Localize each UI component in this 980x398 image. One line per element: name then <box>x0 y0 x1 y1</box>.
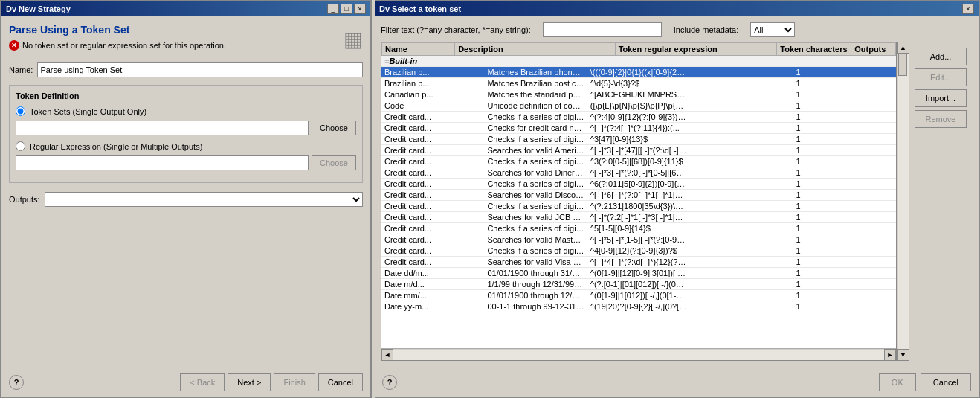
right-action-buttons: Add... Edit... Import... Remove <box>909 42 973 361</box>
table-row[interactable]: Code Unicode definition of code and co..… <box>381 100 896 112</box>
cell-desc: Matches Brazilian phone numbers. <box>484 67 587 78</box>
help-btn-left[interactable]: ? <box>9 375 24 390</box>
cell-desc: 1/1/99 through 12/31/99 and 01/... <box>484 279 587 290</box>
back-btn[interactable]: < Back <box>180 373 225 391</box>
table-scroll[interactable]: =Built-in Brazilian p... Matches Brazili… <box>381 56 896 348</box>
table-row[interactable]: Credit card... Checks if a series of dig… <box>381 179 896 190</box>
cancel-btn-left[interactable]: Cancel <box>318 373 363 391</box>
table-row[interactable]: Brazilian p... Matches Brazilian phone n… <box>381 67 896 78</box>
cell-outputs: 1 <box>793 167 896 179</box>
cell-regex: ^[ -]*(?:2[ -]*1[ -]*3[ -]*1|1[ -]*... <box>587 212 690 223</box>
scroll-thumb[interactable] <box>898 54 907 76</box>
cell-desc: Checks for credit card numbers... <box>484 123 587 134</box>
table-row[interactable]: Credit card... Checks if a series of dig… <box>381 134 896 145</box>
cell-name: Credit card... <box>381 145 484 156</box>
filter-row: Filter text (?=any character, *=any stri… <box>381 22 973 37</box>
cell-regex: ^3[47][0-9]{13}$ <box>587 134 690 145</box>
table-row[interactable]: Credit card... Checks if a series of dig… <box>381 201 896 212</box>
choose-btn-1[interactable]: Choose <box>312 121 356 135</box>
maximize-btn[interactable]: □ <box>341 4 352 14</box>
left-title: Dv New Strategy <box>6 4 71 13</box>
outputs-select[interactable] <box>45 192 363 207</box>
table-row[interactable]: Credit card... Searches for valid Diners… <box>381 167 896 179</box>
close-btn-right[interactable]: × <box>962 4 974 14</box>
filter-input[interactable] <box>543 22 662 37</box>
table-row[interactable]: Credit card... Checks if a series of dig… <box>381 156 896 167</box>
token-sets-input-row: Choose <box>16 121 356 135</box>
cell-name: Credit card... <box>381 167 484 179</box>
cell-outputs: 1 <box>793 201 896 212</box>
radio-regex-input[interactable] <box>16 141 25 151</box>
remove-btn[interactable]: Remove <box>915 110 967 128</box>
cell-outputs: 1 <box>793 179 896 190</box>
cell-outputs: 1 <box>793 268 896 279</box>
table-row[interactable]: Date mm/... 01/01/1900 through 12/31/209… <box>381 290 896 301</box>
cell-name: Credit card... <box>381 212 484 223</box>
left-content: Parse Using a Token Set ✕ No token set o… <box>1 16 370 367</box>
close-btn-left[interactable]: × <box>354 4 366 14</box>
cancel-btn-right[interactable]: Cancel <box>921 373 971 391</box>
cell-regex: ^(?:4[0-9]{12}(?:[0-9]{3})?|5[1-... <box>587 112 690 123</box>
edit-btn[interactable]: Edit... <box>915 68 967 86</box>
cell-regex: ^[ -]*4[ -]*(?:\d[ -]*){12}(?:(?:\... <box>587 257 690 268</box>
table-row[interactable]: Canadian p... Matches the standard patte… <box>381 89 896 100</box>
cell-outputs: 1 <box>793 301 896 312</box>
scroll-down[interactable]: ▼ <box>897 349 909 361</box>
scroll-left[interactable]: ◄ <box>381 349 393 361</box>
cell-chars <box>690 179 793 190</box>
token-sets-field[interactable] <box>16 121 309 135</box>
table-row[interactable]: Credit card... Checks if a series of dig… <box>381 245 896 257</box>
cell-name: Code <box>381 100 484 112</box>
table-row[interactable]: Credit card... Searches for valid Master… <box>381 234 896 245</box>
cell-chars <box>690 145 793 156</box>
add-btn[interactable]: Add... <box>915 48 967 65</box>
table-row[interactable]: Credit card... Checks for credit card nu… <box>381 123 896 134</box>
table-row[interactable]: Credit card... Searches for valid Visa c… <box>381 257 896 268</box>
token-def-title: Token Definition <box>16 92 356 100</box>
cell-chars <box>690 67 793 78</box>
finish-btn[interactable]: Finish <box>274 373 315 391</box>
error-row: ✕ No token set or regular expression set… <box>9 40 226 51</box>
cell-chars <box>690 257 793 268</box>
table-row[interactable]: Date m/d... 1/1/99 through 12/31/99 and … <box>381 279 896 290</box>
table-row[interactable]: Date yy-m... 00-1-1 through 99-12-31 and… <box>381 301 896 312</box>
horiz-scrollbar[interactable]: ◄ ► <box>381 348 896 360</box>
next-btn[interactable]: Next > <box>228 373 271 391</box>
scroll-right[interactable]: ► <box>884 349 896 361</box>
cell-desc: Checks if a series of digits is a th... <box>484 223 587 234</box>
radio-token-sets-input[interactable] <box>16 106 25 116</box>
scroll-up[interactable]: ▲ <box>897 42 909 54</box>
table-row[interactable]: Credit card... Checks if a series of dig… <box>381 223 896 234</box>
table-row[interactable]: Brazilian p... Matches Brazilian post co… <box>381 78 896 89</box>
name-row: Name: <box>9 62 363 77</box>
token-table: Name Description Token regular expressio… <box>381 42 896 56</box>
import-btn[interactable]: Import... <box>915 89 967 107</box>
cell-chars <box>690 268 793 279</box>
cell-regex: ^(0[1-9]|1[012])[ -/,](0[1-9]|[12... <box>587 290 690 301</box>
cell-outputs: 1 <box>793 156 896 167</box>
regex-input-row: Choose <box>16 155 356 170</box>
outputs-label: Outputs: <box>9 195 40 204</box>
cell-name: Credit card... <box>381 190 484 201</box>
cell-chars <box>690 245 793 257</box>
table-row[interactable]: Credit card... Searches for valid Americ… <box>381 145 896 156</box>
table-row[interactable]: Credit card... Searches for valid JCB cr… <box>381 212 896 223</box>
cell-regex: ^(?:2131|1800|35\d{3})\d{11}$ <box>587 201 690 212</box>
help-btn-right[interactable]: ? <box>382 375 397 390</box>
metadata-select[interactable]: All Name Description <box>750 22 795 37</box>
name-input[interactable] <box>37 62 363 77</box>
table-row[interactable]: Date dd/m... 01/01/1900 through 31/12/20… <box>381 268 896 279</box>
cell-chars <box>690 223 793 234</box>
cell-outputs: 1 <box>793 245 896 257</box>
cell-desc: Checks if a series of digits is a th... <box>484 179 587 190</box>
ok-btn[interactable]: OK <box>879 373 916 391</box>
table-row[interactable]: Credit card... Searches for valid Discov… <box>381 190 896 201</box>
table-row[interactable]: Credit card... Checks if a series of dig… <box>381 112 896 123</box>
cell-regex: ^(0[1-9]|[12][0-9]|3[01])[ /.](0... <box>587 268 690 279</box>
regex-field[interactable] <box>16 155 309 170</box>
minimize-btn[interactable]: _ <box>327 4 339 14</box>
cell-outputs: 1 <box>793 257 896 268</box>
choose-btn-2[interactable]: Choose <box>312 155 356 170</box>
cell-outputs: 1 <box>793 279 896 290</box>
vert-scrollbar[interactable]: ▲ ▼ <box>897 42 909 361</box>
